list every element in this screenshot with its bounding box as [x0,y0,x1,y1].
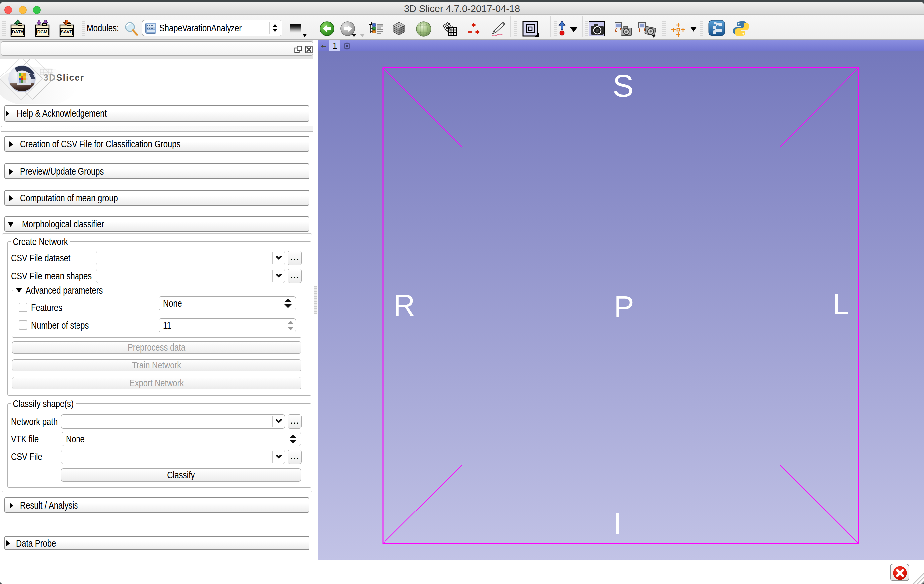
svg-text:DATA: DATA [12,29,24,34]
svg-text:DCM: DCM [37,29,48,34]
svg-text:SAVE: SAVE [61,29,73,34]
